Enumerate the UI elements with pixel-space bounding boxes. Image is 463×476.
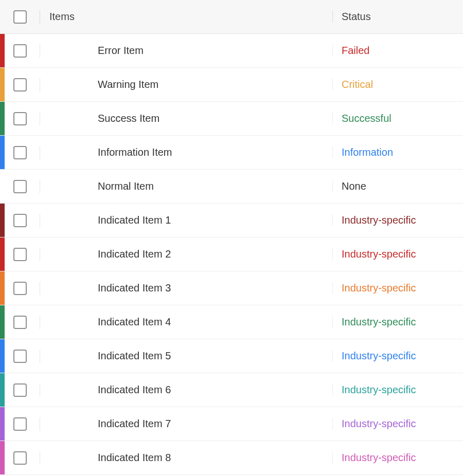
status-cell: Industry-specific [332,248,463,260]
items-cell: Success Item [40,113,332,124]
row-checkbox-cell [0,383,40,397]
item-label: Indicated Item 1 [98,214,171,226]
status-label: Industry-specific [342,452,416,464]
row-checkbox-cell [0,451,40,465]
row-checkbox[interactable] [13,451,27,465]
row-checkbox[interactable] [13,417,27,431]
items-cell: Indicated Item 1 [40,214,332,226]
status-label: Industry-specific [342,350,416,362]
row-checkbox[interactable] [13,383,27,397]
table-row[interactable]: Indicated Item 2Industry-specific [0,237,463,271]
table-row[interactable]: Indicated Item 1Industry-specific [0,204,463,237]
row-checkbox[interactable] [13,214,27,227]
row-checkbox-cell [0,316,40,329]
items-cell: Indicated Item 5 [40,350,332,362]
row-checkbox-cell [0,350,40,363]
status-cell: Critical [332,79,463,90]
status-label: Industry-specific [342,248,416,260]
item-label: Normal Item [98,180,154,192]
table-row[interactable]: Warning ItemCritical [0,68,463,102]
row-checkbox[interactable] [13,282,27,295]
status-cell: Successful [332,113,463,124]
item-label: Information Item [98,147,172,158]
status-label: Industry-specific [342,214,416,226]
table-row[interactable]: Normal ItemNone [0,170,463,204]
status-cell: Industry-specific [332,282,463,294]
items-cell: Indicated Item 3 [40,282,332,294]
table-row[interactable]: Indicated Item 8Industry-specific [0,441,463,475]
row-checkbox[interactable] [13,146,27,159]
item-label: Error Item [98,45,144,57]
items-cell: Indicated Item 8 [40,452,332,464]
item-label: Warning Item [98,79,158,90]
items-cell: Indicated Item 2 [40,248,332,260]
item-label: Indicated Item 5 [98,350,171,362]
status-cell: None [332,180,463,192]
row-checkbox[interactable] [13,248,27,261]
row-checkbox[interactable] [13,112,27,125]
items-cell: Error Item [40,45,332,57]
items-cell: Warning Item [40,79,332,90]
row-checkbox[interactable] [13,350,27,363]
row-checkbox[interactable] [13,44,27,58]
status-label: Critical [342,79,373,90]
status-label: Failed [342,45,369,57]
row-checkbox-cell [0,78,40,91]
status-cell: Industry-specific [332,452,463,464]
row-checkbox[interactable] [13,180,27,193]
row-checkbox-cell [0,146,40,159]
status-label: None [342,180,366,192]
items-cell: Indicated Item 6 [40,384,332,396]
status-cell: Industry-specific [332,316,463,328]
status-label: Industry-specific [342,282,416,294]
item-label: Indicated Item 4 [98,316,171,328]
table-row[interactable]: Information ItemInformation [0,136,463,170]
status-cell: Industry-specific [332,214,463,226]
item-label: Indicated Item 7 [98,418,171,430]
items-column-header[interactable]: Items [40,11,332,23]
row-checkbox-cell [0,44,40,58]
table-header-row: Items Status [0,0,463,34]
table-row[interactable]: Error ItemFailed [0,34,463,68]
table-body: Error ItemFailedWarning ItemCriticalSucc… [0,34,463,475]
table-row[interactable]: Indicated Item 3Industry-specific [0,271,463,305]
item-label: Indicated Item 6 [98,384,171,396]
items-cell: Indicated Item 4 [40,316,332,328]
status-label: Industry-specific [342,316,416,328]
status-cell: Industry-specific [332,350,463,362]
status-table: Items Status Error ItemFailedWarning Ite… [0,0,463,475]
header-checkbox-cell [0,10,40,24]
row-checkbox[interactable] [13,316,27,329]
items-cell: Normal Item [40,180,332,192]
item-label: Indicated Item 3 [98,282,171,294]
items-header-label: Items [49,11,75,23]
status-label: Information [342,147,393,158]
status-cell: Industry-specific [332,384,463,396]
item-label: Indicated Item 2 [98,248,171,260]
row-checkbox-cell [0,248,40,261]
row-checkbox-cell [0,417,40,431]
item-label: Success Item [98,113,159,124]
status-cell: Failed [332,45,463,57]
status-label: Industry-specific [342,384,416,396]
row-checkbox-cell [0,180,40,193]
item-label: Indicated Item 8 [98,452,171,464]
status-cell: Information [332,147,463,158]
items-cell: Indicated Item 7 [40,418,332,430]
status-label: Industry-specific [342,418,416,430]
row-checkbox-cell [0,282,40,295]
select-all-checkbox[interactable] [13,10,27,24]
row-checkbox-cell [0,112,40,125]
row-checkbox[interactable] [13,78,27,91]
table-row[interactable]: Indicated Item 6Industry-specific [0,373,463,407]
items-cell: Information Item [40,147,332,158]
table-row[interactable]: Indicated Item 7Industry-specific [0,407,463,441]
status-label: Successful [342,113,391,124]
table-row[interactable]: Indicated Item 5Industry-specific [0,339,463,373]
row-checkbox-cell [0,214,40,227]
table-row[interactable]: Indicated Item 4Industry-specific [0,305,463,339]
status-header-label: Status [342,11,371,23]
status-cell: Industry-specific [332,418,463,430]
status-column-header[interactable]: Status [332,11,463,23]
table-row[interactable]: Success ItemSuccessful [0,102,463,136]
